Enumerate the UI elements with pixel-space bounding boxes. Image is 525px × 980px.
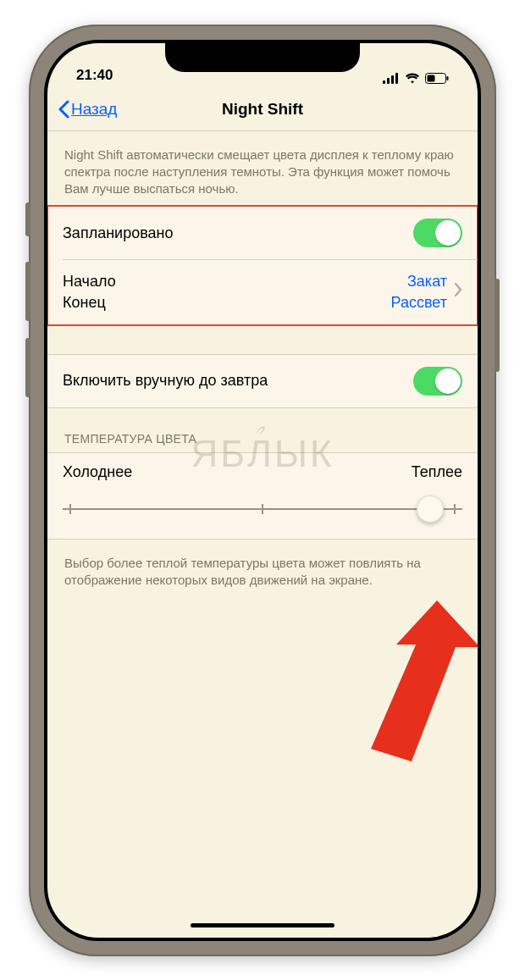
wifi-icon: [405, 73, 420, 84]
manual-group: Включить вручную до завтра: [47, 354, 478, 408]
from-value: Закат: [391, 271, 447, 291]
cold-label: Холоднее: [63, 463, 132, 481]
screen: 21:40 Назад Nig: [47, 43, 478, 938]
scheduled-toggle[interactable]: [413, 219, 462, 247]
to-value: Рассвет: [391, 292, 447, 313]
volume-up-button: [25, 262, 30, 321]
svg-rect-0: [383, 80, 385, 84]
back-label: Назад: [71, 100, 117, 119]
manual-toggle[interactable]: [413, 367, 462, 396]
scheduled-row[interactable]: Запланировано: [47, 207, 478, 259]
svg-rect-2: [391, 75, 394, 84]
temperature-slider-row: Холоднее Теплее: [47, 453, 478, 539]
nav-bar: Назад Night Shift: [47, 89, 478, 131]
volume-down-button: [25, 338, 30, 397]
svg-rect-5: [428, 75, 435, 81]
slider-thumb[interactable]: [417, 496, 444, 523]
warm-label: Теплее: [412, 463, 462, 481]
manual-row[interactable]: Включить вручную до завтра: [47, 355, 478, 407]
status-time: 21:40: [76, 67, 113, 84]
mute-switch: [25, 202, 30, 236]
battery-icon: [425, 73, 449, 84]
temperature-header: ТЕМПЕРАТУРА ЦВЕТА: [47, 408, 478, 452]
home-indicator[interactable]: [191, 923, 334, 927]
to-label: Конец: [63, 292, 116, 313]
svg-marker-7: [418, 601, 478, 647]
annotation-arrow-icon: [335, 601, 478, 770]
scheduled-label: Запланировано: [63, 224, 173, 242]
notch: [165, 43, 360, 72]
cellular-signal-icon: [383, 73, 400, 84]
schedule-time-row[interactable]: Начало Конец Закат Рассвет: [47, 259, 478, 324]
slider-tick: [262, 504, 263, 514]
svg-marker-8: [396, 601, 478, 645]
phone-frame: 21:40 Назад Nig: [29, 25, 496, 956]
temperature-group: Холоднее Теплее: [47, 452, 478, 540]
content: Night Shift автоматически смещает цвета …: [47, 131, 478, 598]
manual-label: Включить вручную до завтра: [63, 372, 268, 390]
temperature-slider[interactable]: [63, 496, 462, 522]
svg-rect-6: [447, 76, 449, 80]
chevron-right-icon: [454, 280, 462, 304]
back-button[interactable]: Назад: [58, 100, 117, 119]
svg-rect-1: [387, 78, 390, 84]
scheduled-group: Запланировано Начало Конец Закат Рассвет: [47, 206, 478, 325]
svg-marker-9: [371, 643, 457, 761]
chevron-left-icon: [58, 100, 69, 119]
slider-tick: [69, 504, 71, 514]
power-button: [495, 279, 500, 372]
intro-text: Night Shift автоматически смещает цвета …: [47, 131, 478, 207]
from-label: Начало: [63, 271, 116, 291]
footer-text: Выбор более теплой температуры цвета мож…: [47, 540, 478, 598]
slider-tick: [454, 504, 456, 514]
svg-rect-3: [395, 73, 398, 84]
